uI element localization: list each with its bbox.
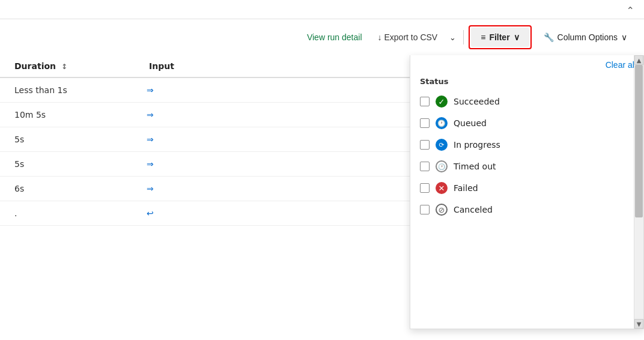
duration-label: Duration bbox=[14, 61, 56, 71]
cell-input[interactable]: ⇒ bbox=[147, 110, 267, 120]
cell-input[interactable]: ⇒ bbox=[147, 184, 267, 193]
table-row: . ↩ bbox=[0, 201, 410, 226]
input-link-icon: ⇒ bbox=[147, 110, 154, 120]
export-label: Export to CSV bbox=[384, 32, 438, 42]
input-link-icon: ⇒ bbox=[147, 135, 154, 144]
inprogress-checkbox[interactable] bbox=[420, 140, 430, 150]
inprogress-label: In progress bbox=[454, 140, 500, 150]
input-link-icon: ⇒ bbox=[147, 159, 154, 169]
cell-duration: Less than 1s bbox=[14, 85, 147, 95]
timedout-label: Timed out bbox=[454, 162, 496, 171]
toolbar-separator bbox=[463, 30, 464, 44]
scroll-up-arrow[interactable]: ▲ bbox=[634, 55, 643, 65]
cell-duration: 10m 5s bbox=[14, 110, 147, 120]
toolbar: View run detail ↓ Export to CSV ⌄ ≡ Filt… bbox=[0, 19, 644, 55]
list-item[interactable]: ✕ Failed bbox=[418, 177, 633, 199]
filter-status-section: Status ✓ Succeeded 🕐 Queued ⟳ In progres… bbox=[410, 72, 643, 225]
filter-button[interactable]: ≡ Filter ∨ bbox=[471, 28, 529, 47]
queued-checkbox[interactable] bbox=[420, 118, 430, 128]
succeeded-label: Succeeded bbox=[454, 97, 500, 106]
canceled-label: Canceled bbox=[454, 205, 493, 214]
timedout-checkbox[interactable] bbox=[420, 162, 430, 171]
duration-column-header: Duration ↕ bbox=[14, 61, 147, 71]
cell-duration: . bbox=[14, 208, 147, 218]
filter-dropdown-panel: Clear all Status ✓ Succeeded 🕐 Queued ⟳ … bbox=[410, 55, 644, 329]
export-chevron-button[interactable]: ⌄ bbox=[447, 29, 458, 46]
queued-label: Queued bbox=[454, 118, 487, 128]
table-row: Less than 1s ⇒ bbox=[0, 78, 410, 103]
export-icon: ↓ bbox=[378, 32, 382, 42]
timedout-icon: 🕐 bbox=[436, 160, 448, 172]
scrollbar: ▲ ▼ bbox=[634, 55, 643, 329]
filter-button-wrapper: ≡ Filter ∨ bbox=[469, 25, 531, 49]
collapse-icon[interactable]: ⌃ bbox=[627, 5, 634, 16]
succeeded-icon: ✓ bbox=[436, 96, 448, 108]
queued-icon: 🕐 bbox=[436, 117, 448, 129]
sort-icon[interactable]: ↕ bbox=[61, 62, 67, 71]
cell-input[interactable]: ↩ bbox=[147, 208, 267, 218]
scroll-down-arrow[interactable]: ▼ bbox=[634, 319, 643, 329]
cell-duration: 5s bbox=[14, 135, 147, 144]
cell-input[interactable]: ⇒ bbox=[147, 135, 267, 144]
filter-icon: ≡ bbox=[481, 32, 485, 42]
succeeded-checkbox[interactable] bbox=[420, 97, 430, 106]
list-item[interactable]: 🕐 Queued bbox=[418, 112, 633, 134]
table-row: 5s ⇒ bbox=[0, 152, 410, 177]
list-item[interactable]: ⊘ Canceled bbox=[418, 199, 633, 220]
clear-all-row: Clear all bbox=[410, 55, 643, 72]
failed-icon: ✕ bbox=[436, 182, 448, 194]
main-content: Duration ↕ Input Less than 1s ⇒ 10m 5s ⇒… bbox=[0, 55, 644, 329]
failed-label: Failed bbox=[454, 183, 478, 193]
scroll-track bbox=[634, 65, 643, 319]
input-column-header: Input bbox=[149, 61, 269, 71]
input-link-icon: ⇒ bbox=[147, 85, 154, 95]
table-area: Duration ↕ Input Less than 1s ⇒ 10m 5s ⇒… bbox=[0, 55, 410, 329]
inprogress-icon: ⟳ bbox=[436, 139, 448, 151]
filter-label: Filter bbox=[489, 32, 509, 42]
list-item[interactable]: ⟳ In progress bbox=[418, 134, 633, 156]
list-item[interactable]: 🕐 Timed out bbox=[418, 156, 633, 177]
clear-all-button[interactable]: Clear all bbox=[606, 60, 636, 70]
filter-chevron-icon: ∨ bbox=[514, 32, 520, 42]
scroll-thumb[interactable] bbox=[635, 65, 643, 217]
failed-checkbox[interactable] bbox=[420, 183, 430, 193]
cell-duration: 5s bbox=[14, 159, 147, 169]
cell-duration: 6s bbox=[14, 184, 147, 193]
status-section-label: Status bbox=[418, 77, 633, 86]
table-row: 10m 5s ⇒ bbox=[0, 103, 410, 127]
input-label: Input bbox=[149, 61, 174, 71]
cell-input[interactable]: ⇒ bbox=[147, 85, 267, 95]
table-header: Duration ↕ Input bbox=[0, 55, 410, 78]
column-options-label: Column Options bbox=[557, 32, 618, 42]
input-link-icon: ↩ bbox=[147, 208, 154, 218]
canceled-checkbox[interactable] bbox=[420, 205, 430, 214]
list-item[interactable]: ✓ Succeeded bbox=[418, 91, 633, 112]
export-to-csv-button[interactable]: ↓ Export to CSV bbox=[373, 29, 443, 46]
table-row: 5s ⇒ bbox=[0, 127, 410, 152]
table-row: 6s ⇒ bbox=[0, 177, 410, 201]
column-options-button[interactable]: 🔧 Column Options ∨ bbox=[536, 28, 634, 47]
column-options-chevron-icon: ∨ bbox=[621, 32, 627, 42]
view-run-detail-button[interactable]: View run detail bbox=[301, 29, 368, 46]
input-link-icon: ⇒ bbox=[147, 184, 154, 193]
cell-input[interactable]: ⇒ bbox=[147, 159, 267, 169]
canceled-icon: ⊘ bbox=[436, 204, 448, 216]
column-options-icon: 🔧 bbox=[544, 32, 554, 42]
top-bar: ⌃ bbox=[0, 0, 644, 19]
